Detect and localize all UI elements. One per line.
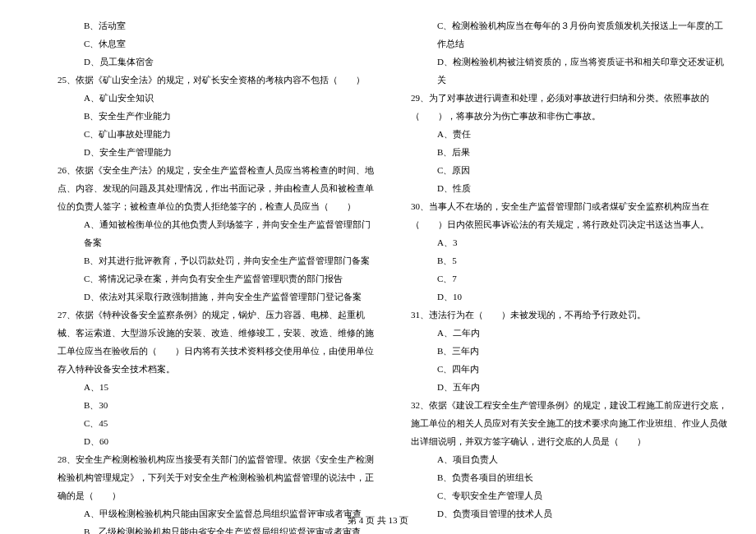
- option-27a: A、15: [58, 378, 378, 396]
- page-content: B、活动室 C、休息室 D、员工集体宿舍 25、依据《矿山安全法》的规定，对矿长…: [0, 0, 756, 509]
- option-31c: C、四年内: [411, 360, 731, 378]
- option-30d: D、10: [411, 288, 731, 306]
- left-column: B、活动室 C、休息室 D、员工集体宿舍 25、依据《矿山安全法》的规定，对矿长…: [58, 16, 399, 509]
- option-32b: B、负责各项目的班组长: [411, 468, 731, 486]
- option-30c: C、7: [411, 269, 731, 288]
- option-26a: A、通知被检衡单位的其他负责人到场签字，并向安全生产监督管理部门备案: [58, 215, 378, 251]
- option-25b: B、安全生产作业能力: [58, 107, 378, 125]
- option-31a: A、二年内: [411, 324, 731, 342]
- option-24d: D、员工集体宿舍: [58, 53, 378, 71]
- option-26d: D、依法对其采取行政强制措施，并向安全生产监督管理部门登记备案: [58, 288, 378, 306]
- option-24b: B、活动室: [58, 16, 378, 35]
- option-28b: B、乙级检测检验机构只能由省安全生产监督局组织监督评审或者审查: [58, 522, 378, 534]
- right-column: C、检测检验机构应当在每年的３月份向资质颁发机关报送上一年度的工作总结 D、检测…: [399, 16, 731, 509]
- question-31: 31、违法行为在（ ）未被发现的，不再给予行政处罚。: [411, 306, 731, 324]
- option-31d: D、五年内: [411, 378, 731, 396]
- question-32: 32、依据《建设工程安全生产管理条例》的规定，建设工程施工前应进行交底，施工单位…: [411, 396, 731, 450]
- option-26c: C、将情况记录在案，并向负有安全生产监督管理职责的部门报告: [58, 269, 378, 288]
- option-24c: C、休息室: [58, 35, 378, 53]
- question-25: 25、依据《矿山安全法》的规定，对矿长安全资格的考核内容不包括（ ）: [58, 71, 378, 89]
- option-30a: A、3: [411, 233, 731, 251]
- question-27: 27、依据《特种设备安全监察条例》的规定，锅炉、压力容器、电梯、起重机械、客运索…: [58, 306, 378, 378]
- option-29a: A、责任: [411, 125, 731, 143]
- option-25a: A、矿山安全知识: [58, 89, 378, 107]
- option-27c: C、45: [58, 414, 378, 432]
- question-26: 26、依据《安全生产法》的规定，安全生产监督检查人员应当将检查的时间、地点、内容…: [58, 161, 378, 215]
- option-30b: B、5: [411, 251, 731, 269]
- option-28c: C、检测检验机构应当在每年的３月份向资质颁发机关报送上一年度的工作总结: [411, 16, 731, 53]
- option-32c: C、专职安全生产管理人员: [411, 486, 731, 504]
- option-27b: B、30: [58, 396, 378, 414]
- question-30: 30、当事人不在场的，安全生产监督管理部门或者煤矿安全监察机构应当在（ ）日内依…: [411, 197, 731, 233]
- option-32a: A、项目负责人: [411, 450, 731, 468]
- question-29: 29、为了对事故进行调查和处理，必须对事故进行归纳和分类。依照事故的（ ），将事…: [411, 89, 731, 125]
- option-28a: A、甲级检测检验机构只能由国家安全监督总局组织监督评审或者审查: [58, 504, 378, 522]
- question-28: 28、安全生产检测检验机构应当接受有关部门的监督管理。依据《安全生产检测检验机构…: [58, 450, 378, 504]
- option-28d: D、检测检验机构被注销资质的，应当将资质证书和相关印章交还发证机关: [411, 53, 731, 89]
- option-27d: D、60: [58, 432, 378, 450]
- option-25d: D、安全生产管理能力: [58, 143, 378, 161]
- option-25c: C、矿山事故处理能力: [58, 125, 378, 143]
- option-31b: B、三年内: [411, 342, 731, 360]
- option-29b: B、后果: [411, 143, 731, 161]
- option-29c: C、原因: [411, 161, 731, 179]
- option-32d: D、负责项目管理的技术人员: [411, 504, 731, 522]
- option-26b: B、对其进行批评教育，予以罚款处罚，并向安全生产监督管理部门备案: [58, 251, 378, 269]
- option-29d: D、性质: [411, 179, 731, 197]
